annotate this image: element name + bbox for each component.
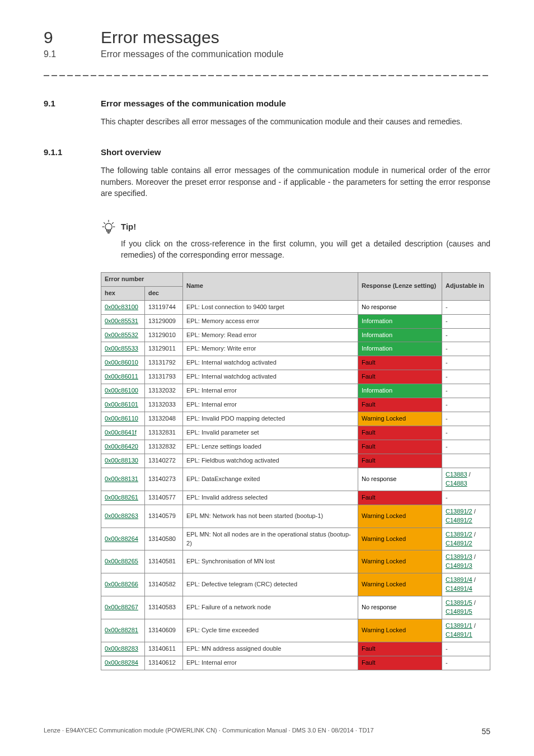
- hex-link[interactable]: 0x00c88261: [105, 494, 138, 501]
- cell-response: Fault: [358, 398, 442, 412]
- cell-adjustable: -: [442, 656, 490, 670]
- cell-response: No response: [358, 468, 442, 491]
- hex-link[interactable]: 0x00c85531: [105, 318, 138, 324]
- hex-link[interactable]: 0x00c8641f: [105, 429, 137, 436]
- hex-link[interactable]: 0x00c88131: [105, 475, 138, 482]
- cell-adjustable: -: [442, 328, 490, 342]
- cell-adjustable: C13891/5 /C14891/5: [442, 596, 490, 619]
- adjustable-link[interactable]: C14891/4: [446, 585, 472, 592]
- divider: [44, 72, 490, 80]
- cell-response: Information: [358, 314, 442, 328]
- hex-link[interactable]: 0x00c85533: [105, 345, 138, 352]
- cell-dec: 13132048: [145, 412, 183, 426]
- hex-link[interactable]: 0x00c86010: [105, 359, 138, 366]
- adjustable-link[interactable]: C13891/2: [446, 508, 472, 515]
- cell-hex: 0x00c88267: [101, 596, 145, 619]
- cell-adjustable: -: [442, 384, 490, 398]
- hex-link[interactable]: 0x00c86100: [105, 387, 138, 394]
- tip-block: Tip!: [101, 219, 490, 235]
- table-row: 0x00c8813113140273EPL: DataExchange exit…: [101, 468, 490, 491]
- hex-link[interactable]: 0x00c83100: [105, 304, 138, 310]
- adjustable-link[interactable]: C13891/1: [446, 622, 472, 629]
- section-title-small: Error messages of the communication modu…: [101, 49, 283, 59]
- cell-name: EPL: Memory access error: [183, 314, 358, 328]
- cell-adjustable: -: [442, 356, 490, 370]
- table-row: 0x00c8642013132832EPL: Lenze settings lo…: [101, 440, 490, 454]
- cell-name: EPL: Defective telegram (CRC) detected: [183, 573, 358, 596]
- hex-link[interactable]: 0x00c86110: [105, 415, 138, 422]
- hex-link[interactable]: 0x00c88267: [105, 604, 138, 610]
- th-adjustable: Adjustable in: [442, 272, 490, 300]
- cell-adjustable: C13891/1 /C14891/1: [442, 619, 490, 642]
- cell-adjustable: [442, 454, 490, 468]
- section-heading: 9.1Error messages of the communication m…: [44, 99, 490, 108]
- cell-dec: 13140583: [145, 596, 183, 619]
- cell-response: No response: [358, 300, 442, 314]
- table-row: 0x00c8553113129009EPL: Memory access err…: [101, 314, 490, 328]
- cell-response: Fault: [358, 440, 442, 454]
- adjustable-link[interactable]: C14891/5: [446, 608, 472, 615]
- cell-name: EPL: Synchronisation of MN lost: [183, 550, 358, 573]
- cell-name: EPL MN: Not all nodes are in the operati…: [183, 528, 358, 550]
- section-paragraph: This chapter describes all error message…: [101, 116, 490, 127]
- cell-adjustable: -: [442, 300, 490, 314]
- cell-hex: 0x00c83100: [101, 300, 145, 314]
- lightbulb-icon: [101, 219, 116, 235]
- chapter-title: Error messages: [101, 28, 219, 46]
- hex-link[interactable]: 0x00c88266: [105, 581, 138, 587]
- hex-link[interactable]: 0x00c88284: [105, 659, 138, 666]
- cell-response: Warning Locked: [358, 528, 442, 550]
- cell-response: Warning Locked: [358, 505, 442, 528]
- cell-response: Warning Locked: [358, 412, 442, 426]
- tip-text: If you click on the cross-reference in t…: [121, 238, 490, 261]
- svg-line-3: [112, 222, 114, 224]
- adjustable-link[interactable]: C14891/2: [446, 517, 472, 524]
- table-row: 0x00c8826413140580EPL MN: Not all nodes …: [101, 528, 490, 550]
- table-row: 0x00c8611013132048EPL: Invalid PDO mappi…: [101, 412, 490, 426]
- adjustable-link[interactable]: C13891/3: [446, 553, 472, 560]
- table-row: 0x00c8826613140582EPL: Defective telegra…: [101, 573, 490, 596]
- hex-link[interactable]: 0x00c86011: [105, 373, 138, 380]
- th-dec: dec: [145, 286, 183, 300]
- cell-response: Fault: [358, 491, 442, 505]
- cell-hex: 0x00c86011: [101, 370, 145, 384]
- adjustable-link[interactable]: C13891/4: [446, 576, 472, 583]
- cell-hex: 0x00c88281: [101, 619, 145, 642]
- adjustable-link[interactable]: C13891/5: [446, 599, 472, 606]
- adjustable-link[interactable]: C14891/2: [446, 540, 472, 547]
- cell-name: EPL: Invalid parameter set: [183, 426, 358, 440]
- cell-dec: 13140611: [145, 642, 183, 656]
- cell-hex: 0x00c86101: [101, 398, 145, 412]
- adjustable-link[interactable]: C13883: [446, 471, 467, 478]
- cell-adjustable: -: [442, 440, 490, 454]
- adjustable-link[interactable]: C14883: [446, 480, 467, 487]
- hex-link[interactable]: 0x00c88281: [105, 627, 138, 633]
- adjustable-link[interactable]: C14891/1: [446, 631, 472, 638]
- cell-dec: 13132032: [145, 384, 183, 398]
- hex-link[interactable]: 0x00c85532: [105, 332, 138, 338]
- cell-hex: 0x00c86100: [101, 384, 145, 398]
- cell-hex: 0x00c85533: [101, 342, 145, 356]
- cell-name: EPL: Internal watchdog activated: [183, 356, 358, 370]
- page-number: 55: [481, 727, 490, 736]
- subsection-paragraph: The following table contains all error m…: [101, 165, 490, 199]
- chapter-heading: 9Error messages: [44, 28, 490, 47]
- hex-link[interactable]: 0x00c88283: [105, 645, 138, 652]
- hex-link[interactable]: 0x00c86420: [105, 443, 138, 450]
- hex-link[interactable]: 0x00c88265: [105, 558, 138, 564]
- adjustable-link[interactable]: C13891/2: [446, 531, 472, 538]
- hex-link[interactable]: 0x00c88263: [105, 512, 138, 519]
- cell-response: Information: [358, 384, 442, 398]
- hex-link[interactable]: 0x00c88130: [105, 457, 138, 464]
- hex-link[interactable]: 0x00c88264: [105, 535, 138, 542]
- table-row: 0x00c8610013132032EPL: Internal errorInf…: [101, 384, 490, 398]
- cell-adjustable: C13891/2 /C14891/2: [442, 528, 490, 550]
- hex-link[interactable]: 0x00c86101: [105, 401, 138, 408]
- cell-name: EPL: Memory: Read error: [183, 328, 358, 342]
- cell-adjustable: C13891/2 /C14891/2: [442, 505, 490, 528]
- cell-name: EPL: Internal error: [183, 656, 358, 670]
- adjustable-link[interactable]: C14891/3: [446, 562, 472, 569]
- cell-hex: 0x00c88265: [101, 550, 145, 573]
- cell-dec: 13140579: [145, 505, 183, 528]
- cell-name: EPL: Failure of a network node: [183, 596, 358, 619]
